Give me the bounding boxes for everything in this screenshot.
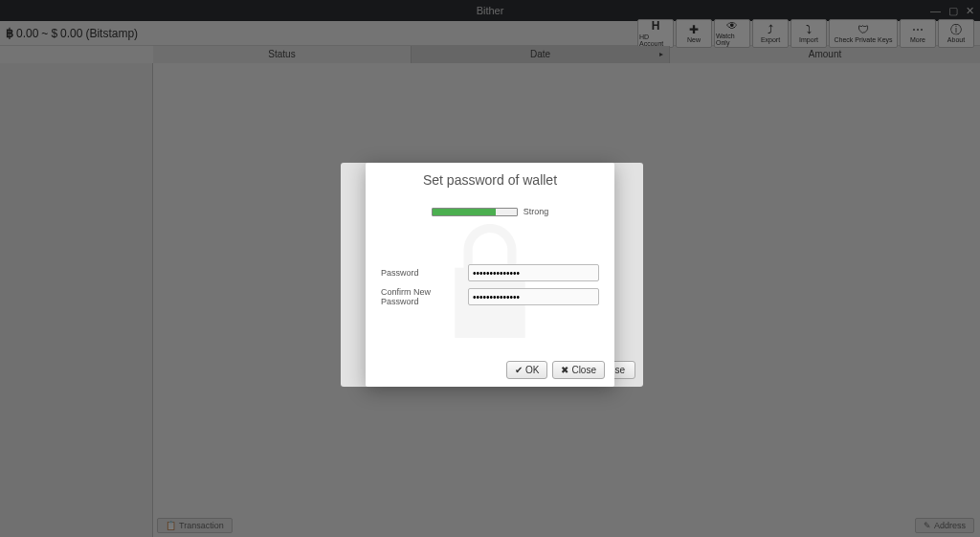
confirm-password-label: Confirm New Password	[381, 287, 462, 306]
strength-fill	[433, 209, 496, 215]
password-strength: Strong	[381, 207, 599, 216]
x-icon: ✖	[561, 365, 568, 375]
strength-bar	[432, 208, 518, 216]
dialog-title: Set password of wallet	[381, 172, 599, 188]
btn-label: Close	[571, 365, 596, 375]
password-input[interactable]	[468, 264, 599, 281]
strength-label: Strong	[523, 207, 549, 216]
confirm-password-input[interactable]	[468, 288, 599, 305]
password-label: Password	[381, 268, 462, 278]
btn-label: OK	[525, 365, 539, 375]
check-icon: ✔	[515, 365, 523, 375]
close-button[interactable]: ✖ Close	[552, 361, 605, 379]
ok-button[interactable]: ✔ OK	[506, 361, 547, 379]
password-dialog: Set password of wallet Strong Password C…	[366, 163, 614, 387]
